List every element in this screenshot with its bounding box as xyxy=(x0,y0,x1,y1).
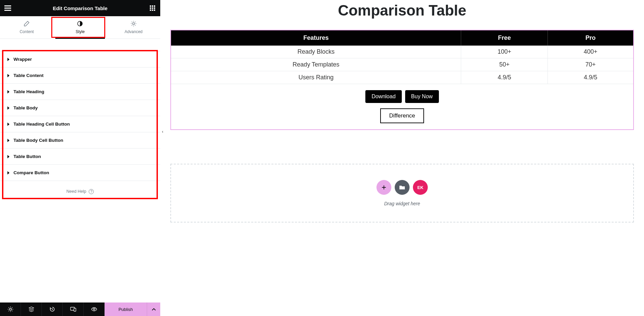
comparison-table: Features Free Pro Ready Blocks 100+ 400+… xyxy=(171,30,633,84)
tab-label: Content xyxy=(20,29,34,34)
caret-right-icon xyxy=(7,123,9,126)
sidebar-title: Edit Comparison Table xyxy=(11,5,149,11)
svg-rect-2 xyxy=(154,5,155,7)
add-section-button[interactable]: + xyxy=(376,180,391,195)
table-row: Users Rating 4.9/5 4.9/5 xyxy=(171,71,633,84)
caret-right-icon xyxy=(7,90,9,94)
section-label: Table Body Cell Button xyxy=(13,138,63,143)
caret-right-icon xyxy=(7,155,9,158)
buy-now-button[interactable]: Buy Now xyxy=(405,90,439,103)
template-library-button[interactable] xyxy=(395,180,410,195)
caret-right-icon xyxy=(7,139,9,142)
gear-icon xyxy=(107,21,160,26)
cell-pro: 70+ xyxy=(548,58,634,71)
difference-button[interactable]: Difference xyxy=(380,108,424,123)
settings-button[interactable] xyxy=(0,302,21,316)
tab-label: Advanced xyxy=(124,29,142,34)
contrast-icon xyxy=(53,21,107,26)
comparison-table-widget[interactable]: Features Free Pro Ready Blocks 100+ 400+… xyxy=(170,30,634,130)
help-text: Need Help xyxy=(66,189,86,194)
tab-label: Style xyxy=(76,29,85,34)
svg-rect-4 xyxy=(152,7,153,9)
section-label: Table Body xyxy=(13,105,38,110)
svg-rect-8 xyxy=(154,9,155,11)
section-compare-button[interactable]: Compare Button xyxy=(0,165,160,181)
publish-button[interactable]: Publish xyxy=(105,302,147,316)
section-label: Table Heading Cell Button xyxy=(13,122,70,127)
section-label: Compare Button xyxy=(13,170,49,175)
svg-rect-5 xyxy=(154,7,155,9)
need-help-link[interactable]: Need Help ? xyxy=(0,181,160,202)
svg-rect-3 xyxy=(150,7,151,9)
section-label: Table Button xyxy=(13,154,41,159)
cell-free: 4.9/5 xyxy=(461,71,548,84)
plus-icon: + xyxy=(382,183,386,192)
canvas-area: Comparison Table Features Free Pro Ready… xyxy=(160,0,644,316)
responsive-button[interactable] xyxy=(63,302,84,316)
caret-right-icon xyxy=(7,171,9,175)
widgets-grid-icon[interactable] xyxy=(149,4,156,12)
svg-point-14 xyxy=(93,309,95,310)
add-section-buttons: + EK xyxy=(171,180,633,195)
caret-right-icon xyxy=(7,74,9,77)
cell-free: 50+ xyxy=(461,58,548,71)
tab-style[interactable]: Style xyxy=(53,16,107,38)
svg-rect-7 xyxy=(152,9,153,11)
section-table-heading[interactable]: Table Heading xyxy=(0,84,160,100)
navigator-button[interactable] xyxy=(21,302,42,316)
svg-rect-6 xyxy=(150,9,151,11)
table-row: Ready Templates 50+ 70+ xyxy=(171,58,633,71)
svg-point-11 xyxy=(9,308,11,310)
sidebar-bottombar: Publish xyxy=(0,302,160,316)
section-table-body[interactable]: Table Body xyxy=(0,100,160,116)
section-table-button[interactable]: Table Button xyxy=(0,149,160,165)
table-row: Ready Blocks 100+ 400+ xyxy=(171,46,633,58)
drop-zone[interactable]: + EK Drag widget here xyxy=(170,164,634,222)
folder-icon xyxy=(399,185,405,190)
publish-options-button[interactable] xyxy=(147,302,160,316)
cell-feature: Ready Templates xyxy=(171,58,461,71)
pencil-icon xyxy=(0,21,53,26)
menu-icon[interactable] xyxy=(4,4,11,12)
section-label: Wrapper xyxy=(13,57,32,62)
caret-right-icon xyxy=(7,106,9,110)
history-button[interactable] xyxy=(42,302,63,316)
drop-zone-text: Drag widget here xyxy=(171,201,633,206)
tab-advanced[interactable]: Advanced xyxy=(107,16,160,38)
th-features: Features xyxy=(171,30,461,46)
sidebar-topbar: Edit Comparison Table xyxy=(0,0,160,16)
section-table-content[interactable]: Table Content xyxy=(0,68,160,84)
preview-button[interactable] xyxy=(84,302,105,316)
section-label: Table Heading xyxy=(13,89,44,94)
caret-right-icon xyxy=(7,58,9,61)
table-buttons-row: Download Buy Now xyxy=(171,84,633,107)
th-free: Free xyxy=(461,30,548,46)
svg-rect-1 xyxy=(152,5,153,7)
table-header-row: Features Free Pro xyxy=(171,30,633,46)
section-table-body-cell-button[interactable]: Table Body Cell Button xyxy=(0,132,160,149)
cell-pro: 400+ xyxy=(548,46,634,58)
editor-sidebar: Edit Comparison Table Content Style xyxy=(0,0,160,316)
section-label: Table Content xyxy=(13,73,44,78)
cell-pro: 4.9/5 xyxy=(548,71,634,84)
svg-point-10 xyxy=(133,23,135,25)
download-button[interactable]: Download xyxy=(365,90,401,103)
th-pro: Pro xyxy=(548,30,634,46)
cell-feature: Ready Blocks xyxy=(171,46,461,58)
page-title: Comparison Table xyxy=(170,0,634,30)
svg-rect-0 xyxy=(150,5,151,7)
cell-feature: Users Rating xyxy=(171,71,461,84)
collapse-sidebar-button[interactable]: ‹ xyxy=(160,128,165,136)
editor-tabs: Content Style Advanced xyxy=(0,16,160,39)
section-wrapper[interactable]: Wrapper xyxy=(0,51,160,68)
ek-icon: EK xyxy=(417,185,423,190)
tab-content[interactable]: Content xyxy=(0,16,53,38)
section-table-heading-cell-button[interactable]: Table Heading Cell Button xyxy=(0,116,160,132)
help-icon: ? xyxy=(89,189,94,194)
svg-rect-13 xyxy=(74,308,76,311)
ek-button[interactable]: EK xyxy=(413,180,428,195)
cell-free: 100+ xyxy=(461,46,548,58)
sections-panel: Wrapper Table Content Table Heading Tabl… xyxy=(0,39,160,302)
